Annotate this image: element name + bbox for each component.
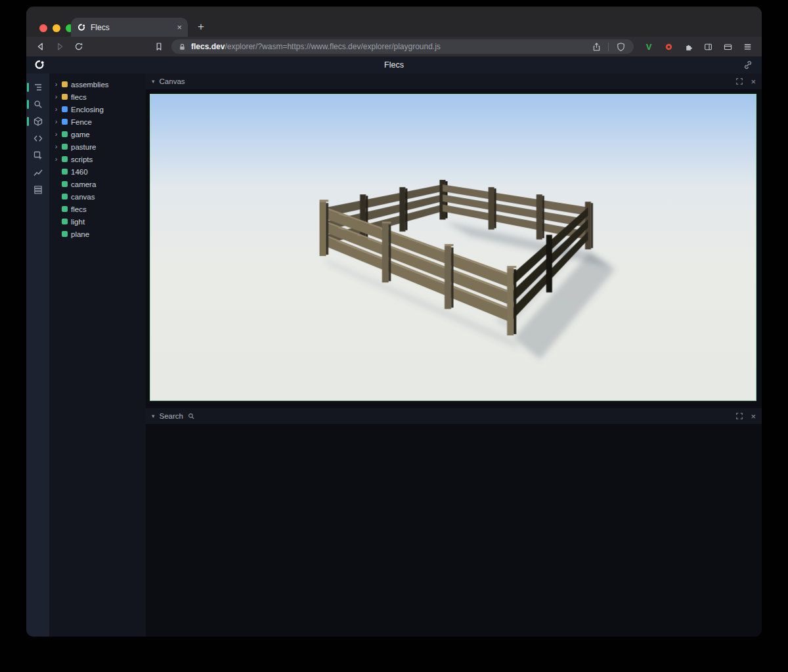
tree-item-label: flecs [71, 205, 87, 213]
url-text: flecs.dev/explorer/?wasm=https://www.fle… [191, 42, 585, 51]
canvas-viewport[interactable] [150, 94, 756, 401]
expand-arrow-icon[interactable]: › [54, 81, 58, 88]
tree-item-light[interactable]: › light [49, 215, 146, 228]
expand-arrow-icon[interactable]: › [54, 106, 58, 113]
search-panel-body [146, 424, 762, 637]
cursor-box-icon [33, 150, 43, 161]
rail-entities-button[interactable] [26, 113, 49, 130]
tree-item-pasture[interactable]: › pasture [49, 140, 146, 153]
close-panel-icon[interactable]: × [751, 77, 756, 86]
browser-tab-bar: Flecs × + [26, 7, 762, 37]
tree-item-label: canvas [71, 193, 95, 201]
link-icon [743, 60, 753, 70]
left-icon-rail [26, 74, 49, 637]
bookmark-button[interactable] [152, 40, 165, 53]
rail-search-button[interactable] [26, 96, 49, 113]
sidebar-icon [703, 42, 713, 52]
browser-tab[interactable]: Flecs × [71, 18, 188, 37]
close-window-button[interactable] [39, 24, 47, 32]
rail-stats-button[interactable] [26, 164, 49, 181]
expand-arrow-icon[interactable]: › [54, 93, 58, 100]
entity-icon [62, 169, 68, 175]
entity-icon [62, 219, 68, 224]
share-button[interactable] [590, 40, 603, 53]
tree-item-assemblies[interactable]: › assemblies [49, 78, 146, 91]
entity-module-icon [62, 94, 68, 100]
entity-assembly-icon [62, 119, 68, 125]
fullscreen-icon[interactable] [735, 77, 743, 85]
bookmark-icon [154, 41, 164, 52]
list-tree-icon [33, 82, 43, 93]
forward-button[interactable] [53, 40, 66, 53]
tree-item-label: Enclosing [71, 106, 104, 114]
minimize-window-button[interactable] [53, 24, 60, 32]
tree-item-enclosing[interactable]: › Enclosing [49, 103, 146, 116]
tree-item-1460[interactable]: › 1460 [49, 165, 146, 178]
address-bar[interactable]: flecs.dev/explorer/?wasm=https://www.fle… [171, 39, 634, 54]
back-button[interactable] [34, 40, 47, 53]
close-panel-icon[interactable]: × [751, 412, 756, 421]
rail-inspect-button[interactable] [26, 147, 49, 164]
url-path: /explorer/?wasm=https://www.flecs.dev/ex… [225, 42, 440, 51]
tree-item-camera[interactable]: › camera [49, 178, 146, 190]
app-header: Flecs [26, 56, 762, 74]
tree-item-flecs[interactable]: › flecs [49, 91, 146, 103]
tree-item-label: scripts [71, 156, 93, 163]
browser-toolbar: flecs.dev/explorer/?wasm=https://www.fle… [26, 37, 762, 56]
wallet-button[interactable] [721, 40, 734, 53]
tree-item-game[interactable]: › game [49, 128, 146, 140]
extensions-puzzle-button[interactable] [682, 40, 695, 53]
memory-icon [33, 184, 43, 195]
v-extension-icon: V [646, 42, 652, 52]
extension-v-button[interactable]: V [642, 40, 655, 53]
tree-item-label: flecs [71, 93, 87, 101]
search-panel-header: ▾ Search × [146, 408, 762, 424]
canvas-panel-header: ▾ Canvas × [146, 74, 762, 89]
entity-assembly-icon [62, 106, 68, 112]
browser-window: Flecs × + [26, 7, 762, 637]
tree-item-fence[interactable]: › Fence [49, 116, 146, 128]
cube-icon [33, 116, 43, 127]
tree-item-plane[interactable]: › plane [49, 228, 146, 240]
app-content: › assemblies › flecs › Enclosing › Fence… [26, 74, 762, 637]
extension-red-button[interactable] [662, 40, 675, 53]
back-arrow-icon [35, 41, 46, 52]
entity-icon [62, 131, 68, 137]
chevron-down-icon[interactable]: ▾ [152, 413, 155, 419]
toolbar-divider [608, 43, 609, 51]
tree-item-canvas[interactable]: › canvas [49, 190, 146, 203]
hamburger-menu-icon [743, 42, 753, 52]
rail-memory-button[interactable] [26, 181, 49, 198]
expand-arrow-icon[interactable]: › [54, 143, 58, 150]
tree-item-scripts[interactable]: › scripts [49, 153, 146, 165]
expand-arrow-icon[interactable]: › [54, 118, 58, 125]
sidebar-toggle-button[interactable] [701, 40, 714, 53]
entity-icon [62, 156, 68, 162]
url-host: flecs.dev [191, 42, 225, 51]
expand-arrow-icon[interactable]: › [54, 131, 58, 138]
main-panel-area: ▾ Canvas × [146, 74, 762, 637]
tree-item-label: pasture [71, 143, 96, 151]
wallet-icon [723, 42, 733, 52]
search-panel-title: Search [160, 412, 183, 420]
canvas-panel-actions: × [735, 77, 756, 86]
fullscreen-icon[interactable] [735, 412, 743, 420]
canvas-panel-body [146, 89, 762, 408]
window-controls [39, 24, 74, 32]
expand-arrow-icon[interactable]: › [54, 156, 58, 163]
tab-close-button[interactable]: × [177, 23, 182, 32]
rail-code-button[interactable] [26, 130, 49, 147]
search-icon [33, 99, 43, 110]
shield-button[interactable] [614, 40, 627, 53]
search-panel-actions: × [735, 412, 756, 421]
menu-button[interactable] [741, 40, 754, 53]
permalink-button[interactable] [743, 60, 753, 70]
new-tab-button[interactable]: + [193, 19, 209, 35]
reload-button[interactable] [72, 40, 85, 53]
tree-item-label: assemblies [71, 81, 109, 89]
tree-item-label: camera [71, 180, 96, 188]
chevron-down-icon[interactable]: ▾ [152, 79, 155, 85]
tree-item-flecs-2[interactable]: › flecs [49, 203, 146, 215]
tab-title: Flecs [91, 23, 172, 32]
rail-outline-button[interactable] [26, 79, 49, 96]
